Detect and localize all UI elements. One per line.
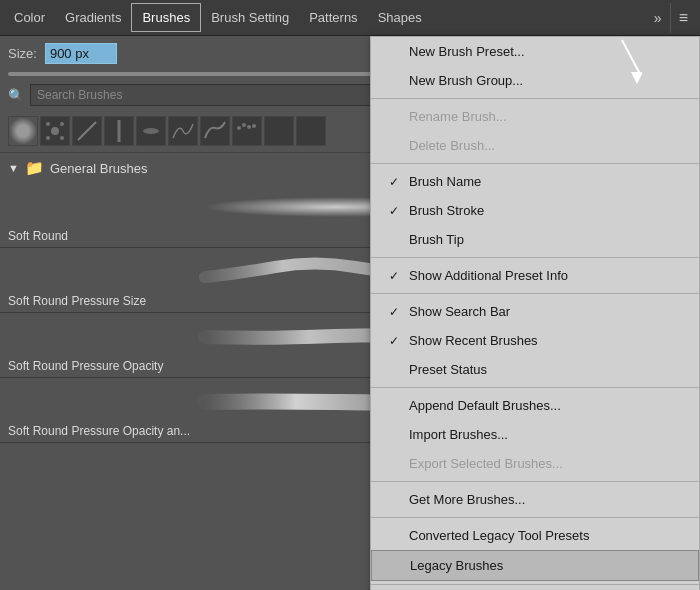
dropdown-label-6: Brush Name <box>409 174 481 189</box>
dropdown-item-new-brush-preset-[interactable]: New Brush Preset... <box>371 37 699 66</box>
dropdown-separator-15 <box>371 387 699 388</box>
preset-thumb-8[interactable] <box>232 116 262 146</box>
dropdown-item-import-brushes-[interactable]: Import Brushes... <box>371 420 699 449</box>
preset-thumb-6[interactable] <box>168 116 198 146</box>
svg-point-2 <box>60 122 64 126</box>
dropdown-separator-21 <box>371 517 699 518</box>
dropdown-check-6: ✓ <box>389 175 403 189</box>
dropdown-label-3: Rename Brush... <box>409 109 507 124</box>
size-input[interactable] <box>45 43 117 64</box>
dropdown-item-get-more-brushes-[interactable]: Get More Brushes... <box>371 485 699 514</box>
dropdown-label-10: Show Additional Preset Info <box>409 268 568 283</box>
dropdown-item-converted-legacy-tool-presets[interactable]: Converted Legacy Tool Presets <box>371 521 699 550</box>
preset-thumb-5[interactable] <box>136 116 166 146</box>
menu-lines-button[interactable]: ≡ <box>670 3 696 33</box>
dropdown-label-17: Import Brushes... <box>409 427 508 442</box>
dropdown-item-legacy-brushes[interactable]: Legacy Brushes <box>371 550 699 581</box>
preset-thumb-9[interactable] <box>264 116 294 146</box>
dropdown-label-4: Delete Brush... <box>409 138 495 153</box>
svg-point-10 <box>247 125 251 129</box>
dropdown-item-brush-name[interactable]: ✓Brush Name <box>371 167 699 196</box>
dropdown-label-18: Export Selected Brushes... <box>409 456 563 471</box>
dropdown-separator-11 <box>371 293 699 294</box>
svg-point-8 <box>237 126 241 130</box>
dropdown-separator-19 <box>371 481 699 482</box>
menu-item-patterns[interactable]: Patterns <box>299 4 367 31</box>
dropdown-label-23: Legacy Brushes <box>410 558 503 573</box>
group-label: General Brushes <box>50 161 148 176</box>
preset-thumb-10[interactable] <box>296 116 326 146</box>
folder-icon: 📁 <box>25 159 44 177</box>
svg-point-4 <box>60 136 64 140</box>
dropdown-item-export-selected-brushes-: Export Selected Brushes... <box>371 449 699 478</box>
dropdown-menu: New Brush Preset...New Brush Group...Ren… <box>370 36 700 590</box>
dropdown-item-brush-tip[interactable]: Brush Tip <box>371 225 699 254</box>
dropdown-label-14: Preset Status <box>409 362 487 377</box>
dropdown-label-16: Append Default Brushes... <box>409 398 561 413</box>
dropdown-item-append-default-brushes-[interactable]: Append Default Brushes... <box>371 391 699 420</box>
preset-thumb-2[interactable] <box>40 116 70 146</box>
dropdown-item-rename-brush-: Rename Brush... <box>371 102 699 131</box>
dropdown-label-7: Brush Stroke <box>409 203 484 218</box>
dropdown-separator-5 <box>371 163 699 164</box>
dropdown-item-show-recent-brushes[interactable]: ✓Show Recent Brushes <box>371 326 699 355</box>
size-label: Size: <box>8 46 37 61</box>
dropdown-check-7: ✓ <box>389 204 403 218</box>
dropdown-label-1: New Brush Group... <box>409 73 523 88</box>
dropdown-item-new-brush-group-[interactable]: New Brush Group... <box>371 66 699 95</box>
dropdown-check-12: ✓ <box>389 305 403 319</box>
dropdown-label-8: Brush Tip <box>409 232 464 247</box>
dropdown-item-preset-status[interactable]: Preset Status <box>371 355 699 384</box>
dropdown-separator-24 <box>371 584 699 585</box>
preset-thumb-1[interactable] <box>8 116 38 146</box>
svg-point-1 <box>46 122 50 126</box>
svg-point-9 <box>242 123 246 127</box>
svg-line-5 <box>78 122 96 140</box>
dropdown-label-20: Get More Brushes... <box>409 492 525 507</box>
svg-point-11 <box>252 124 256 128</box>
dropdown-check-13: ✓ <box>389 334 403 348</box>
svg-point-3 <box>46 136 50 140</box>
preset-thumb-7[interactable] <box>200 116 230 146</box>
dropdown-separator-2 <box>371 98 699 99</box>
svg-point-0 <box>51 127 59 135</box>
search-icon: 🔍 <box>8 88 24 103</box>
preset-thumb-4[interactable] <box>104 116 134 146</box>
dropdown-item-show-additional-preset-info[interactable]: ✓Show Additional Preset Info <box>371 261 699 290</box>
svg-point-7 <box>143 128 159 134</box>
menu-item-brushes[interactable]: Brushes <box>131 3 201 32</box>
preset-thumb-3[interactable] <box>72 116 102 146</box>
group-expand-arrow: ▼ <box>8 162 19 174</box>
dropdown-label-13: Show Recent Brushes <box>409 333 538 348</box>
menu-chevron[interactable]: » <box>646 4 670 32</box>
dropdown-item-brush-stroke[interactable]: ✓Brush Stroke <box>371 196 699 225</box>
dropdown-check-10: ✓ <box>389 269 403 283</box>
menu-item-color[interactable]: Color <box>4 4 55 31</box>
menu-item-brush-setting[interactable]: Brush Setting <box>201 4 299 31</box>
dropdown-label-12: Show Search Bar <box>409 304 510 319</box>
dropdown-separator-9 <box>371 257 699 258</box>
dropdown-item-delete-brush-: Delete Brush... <box>371 131 699 160</box>
menu-item-shapes[interactable]: Shapes <box>368 4 432 31</box>
dropdown-item-show-search-bar[interactable]: ✓Show Search Bar <box>371 297 699 326</box>
dropdown-label-0: New Brush Preset... <box>409 44 525 59</box>
dropdown-label-22: Converted Legacy Tool Presets <box>409 528 589 543</box>
menu-item-gradients[interactable]: Gradients <box>55 4 131 31</box>
menu-bar: Color Gradients Brushes Brush Setting Pa… <box>0 0 700 36</box>
